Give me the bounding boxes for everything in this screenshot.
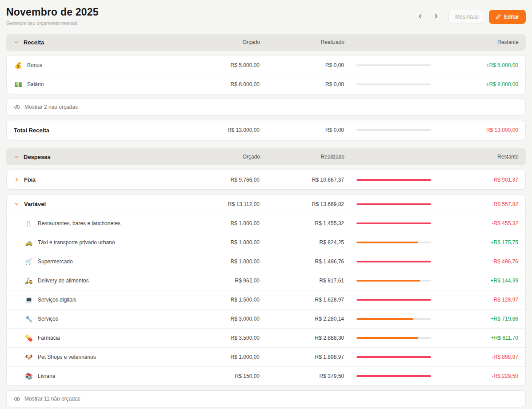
progress-track xyxy=(356,179,431,181)
chevron-right-icon xyxy=(433,13,440,21)
budgeted-value: R$ 3.000,00 xyxy=(193,316,260,322)
current-month-button[interactable]: Mês Atual xyxy=(448,10,485,24)
category-row[interactable]: 🛵 Delivery de alimentos R$ 962,00 R$ 817… xyxy=(7,271,525,290)
category-name: Livraria xyxy=(38,373,55,379)
show-more-label: Mostrar 11 não orçadas xyxy=(24,396,80,402)
progress-fill xyxy=(356,179,431,181)
actual-value: R$ 10.667,37 xyxy=(260,177,344,183)
progress-fill xyxy=(356,375,431,377)
section-name-cell: Despesas xyxy=(13,154,193,160)
category-row[interactable]: 💰 Bonus R$ 5.000,00 R$ 0,00 +R$ 5.000,00 xyxy=(7,56,525,75)
actual-value: R$ 817,61 xyxy=(260,278,344,284)
remaining-value: +R$ 144,39 xyxy=(431,278,518,284)
progress-fill xyxy=(356,337,418,339)
budgeted-value: R$ 1.000,00 xyxy=(193,354,260,360)
progress-track xyxy=(356,242,431,243)
category-row[interactable]: 🛒 Supermercado R$ 1.000,00 R$ 1.496,76 -… xyxy=(7,252,525,271)
header-controls: Mês Atual Editar xyxy=(414,10,526,24)
group-card: Fixa R$ 9.766,00 R$ 10.667,37 R$ 901,37 xyxy=(6,170,526,190)
section-receita: Receita Orçado Realizado Restante 💰 Bonu… xyxy=(6,34,526,140)
actual-value: R$ 1.898,97 xyxy=(260,354,344,360)
budgeted-value: R$ 150,00 xyxy=(193,373,260,379)
remaining-value: -R$ 455,32 xyxy=(431,220,518,226)
progress-bar xyxy=(344,261,431,262)
previous-month-button[interactable] xyxy=(414,11,426,23)
budget-page: Novembro de 2025 Gerencie seu orçamento … xyxy=(0,0,532,409)
actual-value: R$ 1.496,76 xyxy=(260,258,344,265)
edit-button[interactable]: Editar xyxy=(489,10,526,24)
budgeted-value: R$ 13.000,00 xyxy=(193,127,260,133)
group-label: Variável xyxy=(24,201,46,207)
actual-value: R$ 13.669,82 xyxy=(260,201,344,207)
delivery-icon: 🛵 xyxy=(24,277,33,284)
section-name-cell: Receita xyxy=(13,39,193,46)
taxi-icon: 🚕 xyxy=(24,239,33,246)
page-header-left: Novembro de 2025 Gerencie seu orçamento … xyxy=(6,6,99,26)
column-header-budgeted: Orçado xyxy=(193,39,260,45)
budgeted-value: R$ 1.000,00 xyxy=(193,220,260,226)
total-name-cell: Total Receita xyxy=(14,127,193,134)
budgeted-value: R$ 3.500,00 xyxy=(193,335,260,341)
show-more-button[interactable]: Mostrar 11 não orçadas xyxy=(6,390,526,407)
page-header: Novembro de 2025 Gerencie seu orçamento … xyxy=(6,6,526,26)
category-row[interactable]: 💵 Salário R$ 8.000,00 R$ 0,00 +R$ 8.000,… xyxy=(7,75,525,94)
actual-value: R$ 0,00 xyxy=(260,127,344,133)
budgeted-value: R$ 8.000,00 xyxy=(193,81,260,87)
chevron-down-icon xyxy=(13,40,19,45)
section-header-despesas[interactable]: Despesas Orçado Realizado Restante xyxy=(6,148,526,165)
chevron-down-icon xyxy=(13,154,19,160)
category-name: Pet Shops e veterinários xyxy=(38,354,96,360)
progress-bar xyxy=(344,280,431,282)
section-header-receita[interactable]: Receita Orçado Realizado Restante xyxy=(6,34,526,51)
progress-fill xyxy=(356,242,418,243)
progress-fill xyxy=(356,203,431,205)
progress-track xyxy=(356,356,431,358)
category-name-cell: 🔧 Serviços xyxy=(14,315,193,322)
actual-value: R$ 379,50 xyxy=(260,373,344,379)
section-label: Despesas xyxy=(24,154,51,160)
category-row[interactable]: 💊 Farmácia R$ 3.500,00 R$ 2.888,30 +R$ 6… xyxy=(7,328,525,347)
remaining-value: +R$ 8.000,00 xyxy=(431,81,518,87)
category-name-cell: 🍴 Restaurantes, bares e lanchonetes xyxy=(14,220,193,227)
money-bag-icon: 💰 xyxy=(14,62,23,69)
category-row[interactable]: 💻 Serviços digitais R$ 1.500,00 R$ 1.628… xyxy=(7,290,525,309)
column-header-remaining: Restante xyxy=(432,39,519,45)
remaining-value: -R$ 128,97 xyxy=(431,297,518,303)
category-name: Bonus xyxy=(27,62,42,68)
actual-value: R$ 824,25 xyxy=(260,239,344,246)
group-row[interactable]: Fixa R$ 9.766,00 R$ 10.667,37 R$ 901,37 xyxy=(7,170,525,189)
group-name-cell: Variável xyxy=(14,201,193,207)
category-row[interactable]: 🐶 Pet Shops e veterinários R$ 1.000,00 R… xyxy=(7,347,525,366)
category-row[interactable]: 📚 Livraria R$ 150,00 R$ 379,50 -R$ 229,5… xyxy=(7,366,525,385)
group-card: Variável R$ 13.112,00 R$ 13.669,82 R$ 55… xyxy=(6,194,526,386)
category-name: Supermercado xyxy=(38,258,73,265)
progress-track xyxy=(356,222,431,224)
progress-track xyxy=(356,280,431,282)
remaining-value: +R$ 175,75 xyxy=(431,239,518,246)
category-row[interactable]: 🔧 Serviços R$ 3.000,00 R$ 2.280,14 +R$ 7… xyxy=(7,309,525,328)
remaining-value: +R$ 719,86 xyxy=(431,316,518,322)
actual-value: R$ 2.888,30 xyxy=(260,335,344,341)
progress-track xyxy=(356,299,431,301)
show-more-button[interactable]: Mostrar 2 não orçadas xyxy=(6,99,526,115)
category-row[interactable]: 🍴 Restaurantes, bares e lanchonetes R$ 1… xyxy=(7,214,525,233)
eye-icon xyxy=(14,396,20,402)
category-name-cell: 🛒 Supermercado xyxy=(14,258,193,265)
category-name-cell: 📚 Livraria xyxy=(14,373,193,380)
page-title: Novembro de 2025 xyxy=(6,6,99,18)
remaining-value: -R$ 898,97 xyxy=(431,354,518,360)
shopping-cart-icon: 🛒 xyxy=(24,258,33,265)
budget-sections: Receita Orçado Realizado Restante 💰 Bonu… xyxy=(6,34,526,409)
progress-fill xyxy=(356,318,413,320)
group-row[interactable]: Variável R$ 13.112,00 R$ 13.669,82 R$ 55… xyxy=(7,195,525,214)
progress-fill xyxy=(356,261,431,262)
category-name-cell: 💵 Salário xyxy=(14,81,193,88)
category-name-cell: 💰 Bonus xyxy=(14,62,193,69)
progress-bar xyxy=(344,337,431,339)
category-row[interactable]: 🚕 Táxi e transporte privado urbano R$ 1.… xyxy=(7,233,525,252)
progress-bar xyxy=(344,129,431,131)
next-month-button[interactable] xyxy=(430,11,442,23)
budgeted-value: R$ 5.000,00 xyxy=(193,62,260,68)
budgeted-value: R$ 1.000,00 xyxy=(193,258,260,265)
edit-button-label: Editar xyxy=(504,14,519,20)
